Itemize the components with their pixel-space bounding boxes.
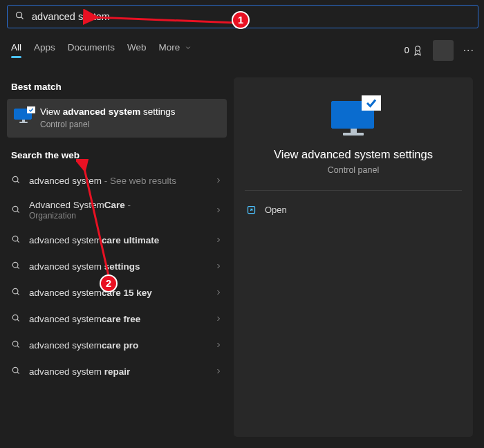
filter-bar: All Apps Documents Web More 0 ··· <box>7 38 477 62</box>
svg-point-0 <box>17 12 22 17</box>
preview-separator <box>245 190 462 191</box>
search-icon <box>11 261 21 272</box>
svg-point-11 <box>12 288 18 294</box>
open-action[interactable]: Open <box>234 199 473 221</box>
tab-all[interactable]: All <box>11 42 21 58</box>
search-icon <box>11 313 21 325</box>
svg-line-1 <box>21 17 24 19</box>
svg-point-15 <box>12 341 18 346</box>
preview-title: View advanced system settings <box>234 148 473 161</box>
search-icon <box>11 287 21 299</box>
rewards-count: 0 <box>404 46 409 55</box>
svg-point-2 <box>415 46 420 50</box>
suggestion-label: advanced system settings <box>29 261 214 272</box>
svg-point-3 <box>12 176 18 182</box>
tab-web[interactable]: Web <box>127 42 147 58</box>
web-suggestion[interactable]: advanced system - See web results <box>7 167 227 194</box>
svg-point-9 <box>12 262 18 268</box>
search-input[interactable] <box>32 11 471 22</box>
tab-apps[interactable]: Apps <box>34 42 55 58</box>
svg-line-18 <box>17 371 19 373</box>
web-suggestion[interactable]: advanced systemcare ultimate <box>7 227 227 253</box>
svg-line-14 <box>17 319 19 321</box>
rewards-icon <box>412 45 423 56</box>
suggestion-label: advanced systemcare ultimate <box>29 235 214 245</box>
preview-pane: View advanced system settings Control pa… <box>234 77 473 437</box>
preview-icon <box>331 101 375 136</box>
tab-more-label: More <box>159 42 180 53</box>
chevron-right-icon <box>214 367 223 375</box>
chevron-right-icon <box>214 206 223 214</box>
web-suggestion[interactable]: advanced system settings <box>7 253 227 279</box>
svg-point-7 <box>12 236 18 241</box>
rewards-indicator[interactable]: 0 <box>404 45 423 56</box>
chevron-right-icon <box>214 236 223 244</box>
chevron-right-icon <box>214 262 223 270</box>
suggestion-label: advanced systemcare 15 key <box>29 288 214 298</box>
chevron-down-icon <box>185 44 192 51</box>
tab-documents[interactable]: Documents <box>68 42 115 58</box>
svg-line-12 <box>17 292 19 295</box>
search-icon <box>11 234 21 246</box>
open-label: Open <box>265 205 287 215</box>
chevron-right-icon <box>214 176 223 185</box>
web-suggestion[interactable]: advanced systemcare 15 key <box>7 279 227 306</box>
chevron-right-icon <box>214 288 223 297</box>
svg-line-8 <box>17 240 19 242</box>
control-panel-icon <box>14 109 33 128</box>
search-icon <box>11 366 21 377</box>
search-bar[interactable] <box>7 5 478 28</box>
suggestion-label: advanced system - See web results <box>29 176 214 186</box>
search-icon <box>11 175 21 187</box>
suggestion-label: Advanced SystemCare - <box>29 200 214 211</box>
tab-more[interactable]: More <box>159 42 192 58</box>
svg-point-17 <box>12 367 18 373</box>
svg-line-4 <box>17 180 19 183</box>
suggestion-label: advanced systemcare pro <box>29 340 214 351</box>
open-icon <box>246 205 257 215</box>
user-avatar[interactable] <box>433 40 454 61</box>
search-icon <box>11 205 21 216</box>
suggestion-subtitle: Organization <box>29 211 214 221</box>
results-pane: Best match View advanced system settings… <box>7 69 227 444</box>
best-match-title: View advanced system settings <box>40 106 176 118</box>
web-suggestion[interactable]: Advanced SystemCare -Organization <box>7 194 227 227</box>
chevron-right-icon <box>214 315 223 323</box>
web-suggestion[interactable]: advanced system repair <box>7 358 227 384</box>
best-match-subtitle: Control panel <box>40 120 176 130</box>
section-best-match: Best match <box>11 82 227 92</box>
preview-subtitle: Control panel <box>234 165 473 175</box>
svg-point-5 <box>12 206 18 212</box>
svg-point-13 <box>12 315 18 320</box>
chevron-right-icon <box>214 341 223 349</box>
section-search-web: Search the web <box>11 150 227 160</box>
search-icon <box>11 339 21 351</box>
suggestion-label: advanced system repair <box>29 366 214 377</box>
suggestion-label: advanced systemcare free <box>29 314 214 324</box>
web-suggestion[interactable]: advanced systemcare free <box>7 306 227 332</box>
overflow-menu[interactable]: ··· <box>463 44 474 57</box>
best-match-item[interactable]: View advanced system settings Control pa… <box>7 99 227 138</box>
svg-line-10 <box>17 266 19 268</box>
web-suggestion[interactable]: advanced systemcare pro <box>7 332 227 358</box>
svg-line-6 <box>17 210 19 212</box>
search-icon <box>15 10 25 24</box>
svg-line-16 <box>17 345 19 347</box>
